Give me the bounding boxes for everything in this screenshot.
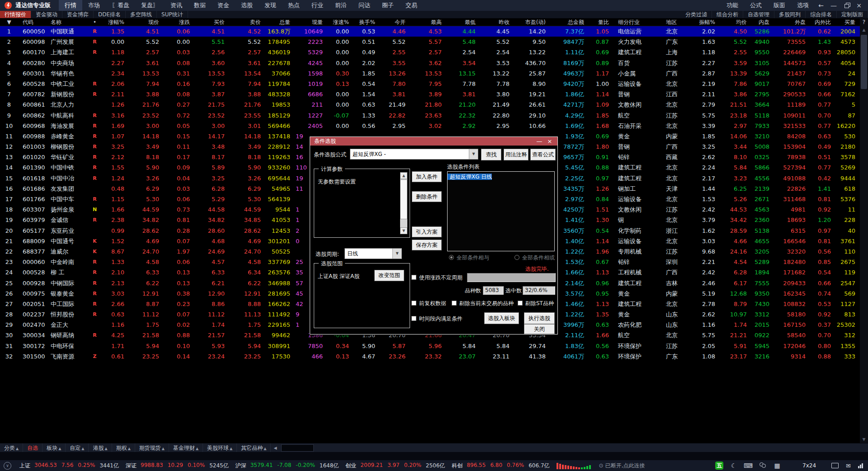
menu-item-功能[interactable]: 功能: [721, 0, 744, 11]
bottom-tab-其它品种[interactable]: 其它品种▲: [237, 443, 271, 452]
checkbox-forward-adjusted[interactable]: [411, 301, 416, 306]
table-row[interactable]: 10600968海油发展R1.693.000.053.003.015694662…: [0, 121, 860, 131]
column-header-3[interactable]: •: [88, 19, 102, 26]
scroll-down-icon[interactable]: ▼: [400, 227, 407, 234]
toolbar-item-分类过滤[interactable]: 分类过滤: [681, 11, 712, 18]
menu-item-复盘〗[interactable]: 复盘〗: [135, 0, 165, 11]
mail-icon[interactable]: ✉: [846, 462, 851, 469]
toolbar-item-自选管理[interactable]: 自选管理: [743, 11, 774, 18]
toolbar-tab-SUP统计[interactable]: SUP统计: [157, 11, 188, 18]
column-header-17[interactable]: 市盈(动): [514, 19, 550, 26]
column-header-20[interactable]: 细分行业: [613, 19, 661, 26]
table-row[interactable]: 6600528中铁工业R2.067.940.167.937.9411978410…: [0, 79, 860, 89]
column-header-7[interactable]: 买价: [194, 19, 229, 26]
column-header-8[interactable]: 卖价: [229, 19, 265, 26]
combo-dropdown-icon[interactable]: ▼: [469, 149, 478, 159]
assistant-badge-icon[interactable]: 五: [715, 462, 723, 470]
menu-item-版面[interactable]: 版面: [768, 0, 791, 11]
help-icon[interactable]: ?: [860, 19, 868, 26]
column-header-13[interactable]: 今开: [380, 19, 410, 26]
keyboard-icon[interactable]: ⌨: [744, 462, 752, 470]
dialog-title-bar[interactable]: 条件选股 — ×: [310, 137, 557, 146]
collapse-left-icon[interactable]: ◀: [271, 443, 279, 452]
checkbox-unfixed-period[interactable]: [411, 275, 416, 280]
column-header-16[interactable]: 昨收: [480, 19, 514, 26]
table-row[interactable]: 4600280中央商场2.273.610.083.603.61227678424…: [0, 58, 860, 68]
table-row[interactable]: 2600098广州发展R0.005.520.005.515.5217849522…: [0, 37, 860, 47]
table-row[interactable]: 31300172中电环保1.715.940.105.935.9430899178…: [0, 341, 860, 351]
dialog-close-icon[interactable]: ×: [545, 137, 554, 146]
menu-item-圈子[interactable]: 圈子: [376, 0, 400, 11]
bottom-tab-自选[interactable]: 自选: [23, 443, 42, 452]
minimize-icon[interactable]: —: [827, 0, 840, 11]
toolbar-tab-资金驱动[interactable]: 资金驱动: [31, 11, 62, 18]
find-button[interactable]: 查找: [481, 149, 501, 160]
usage-notes-button[interactable]: 用法注释: [504, 149, 528, 160]
radio-all-and[interactable]: [449, 255, 454, 260]
toolbar-tab-行情报价[interactable]: 行情报价: [0, 11, 31, 18]
menu-item-资金[interactable]: 资金: [212, 0, 235, 11]
bottom-tab-自定[interactable]: 自定▲: [66, 443, 89, 452]
monitor-icon[interactable]: [831, 463, 839, 468]
dialog-minimize-icon[interactable]: —: [535, 137, 544, 146]
column-header-24[interactable]: 内盘: [751, 19, 774, 26]
checkbox-remove-untraded[interactable]: [452, 301, 457, 306]
table-row[interactable]: 32301500飞南资源Z0.6123.250.1423.2423.251753…: [0, 351, 860, 362]
menu-item-前沿[interactable]: 前沿: [329, 0, 353, 11]
bottom-tab-分类[interactable]: 分类▲: [0, 443, 23, 452]
bottom-tab-美股环球[interactable]: 美股环球▲: [203, 443, 237, 452]
toolbar-item-组合分析[interactable]: 组合分析: [712, 11, 743, 18]
close-dialog-button[interactable]: 关闭: [524, 324, 555, 334]
save-plan-button[interactable]: 保存方案: [412, 240, 442, 250]
contacts-icon[interactable]: [759, 462, 767, 470]
bottom-tab-板块[interactable]: 板块▲: [42, 443, 66, 452]
menu-item-行业[interactable]: 行业: [306, 0, 329, 11]
menu-item-选项[interactable]: 选项: [791, 0, 815, 11]
condition-listbox[interactable]: 超短反弹XG 日线: [447, 171, 555, 251]
radio-all-or[interactable]: [514, 255, 519, 260]
execute-pick-button[interactable]: 执行选股: [524, 312, 555, 324]
table-row[interactable]: 1600050中国联通R1.354.510.064.514.52163.8万10…: [0, 26, 860, 37]
column-header-10[interactable]: 现量: [295, 19, 327, 26]
table-row[interactable]: 7600782新钢股份R2.113.880.083.873.8848332866…: [0, 89, 860, 99]
column-header-1[interactable]: 代码: [18, 19, 46, 26]
menu-item-问达[interactable]: 问达: [353, 0, 376, 11]
checkbox-time-range[interactable]: [411, 316, 416, 321]
condition-item[interactable]: 超短反弹XG 日线: [448, 174, 492, 180]
table-row[interactable]: 8600861北京人力1.2621.760.2721.7521.76198532…: [0, 99, 860, 110]
period-combobox[interactable]: 日线 ▼: [344, 248, 402, 259]
pick-into-block-button[interactable]: 选股入板块: [484, 312, 519, 324]
column-header-15[interactable]: 最低: [446, 19, 480, 26]
combo-dropdown-icon[interactable]: ▼: [392, 249, 401, 259]
bottom-tab-港股[interactable]: 港股▲: [89, 443, 112, 452]
column-header-19[interactable]: 量比: [589, 19, 613, 26]
table-row[interactable]: 5600301华锡有色2.3413.530.3113.5313.54370661…: [0, 68, 860, 79]
table-row[interactable]: 3600170上海建工R1.182.570.032.562.5743601953…: [0, 47, 860, 57]
column-header-12[interactable]: 换手%: [354, 19, 380, 26]
column-header-9[interactable]: 总量: [265, 19, 295, 26]
calc-params-scrollbar[interactable]: ▲ ▼: [400, 172, 407, 234]
column-header-23[interactable]: 均价: [720, 19, 751, 26]
menu-item-发现[interactable]: 发现: [259, 0, 282, 11]
table-row[interactable]: 9600862中航高科R3.1623.520.7223.5223.5518512…: [0, 110, 860, 121]
menu-item-〖看盘[interactable]: 〖看盘: [106, 0, 135, 11]
connection-status-icon[interactable]: ⊙: [599, 462, 604, 469]
unfixed-period-input[interactable]: [467, 273, 556, 282]
toolbar-item-定制版面[interactable]: 定制版面: [837, 11, 868, 18]
column-header-21[interactable]: 地区: [661, 19, 689, 26]
scrollbar-thumb[interactable]: [861, 35, 867, 89]
menu-item-市场[interactable]: 市场: [82, 0, 106, 11]
toolbar-tab-多空阵线[interactable]: 多空阵线: [126, 11, 157, 18]
column-header-4[interactable]: 涨幅%: [102, 19, 129, 26]
column-header-27[interactable]: 买量: [835, 19, 860, 26]
scroll-up-icon[interactable]: ▲: [860, 26, 868, 33]
apps-grid-icon[interactable]: ▦: [773, 462, 781, 470]
signal-bars-icon[interactable]: [858, 463, 863, 468]
formula-combobox[interactable]: 超短反弹XG - ▼: [350, 149, 478, 160]
view-formula-button[interactable]: 查看公式: [530, 149, 556, 160]
bottom-tab-inputbox[interactable]: [281, 444, 314, 452]
scrollbar-thumb[interactable]: [400, 179, 407, 219]
import-plan-button[interactable]: 引入方案: [412, 226, 442, 237]
column-header-5[interactable]: 现价: [129, 19, 164, 26]
column-header-25[interactable]: 外盘: [774, 19, 810, 26]
